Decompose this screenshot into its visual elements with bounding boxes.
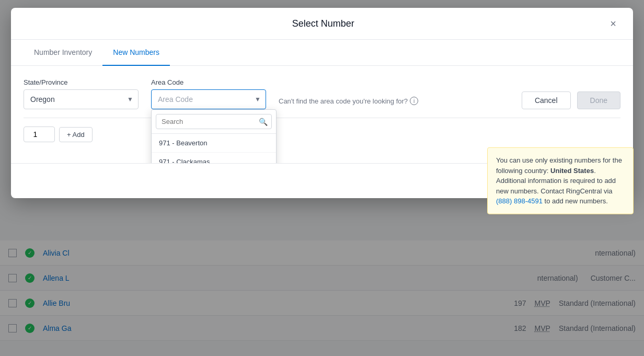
info-icon[interactable]: i (410, 97, 418, 105)
warning-text3: to add new numbers. (543, 197, 608, 205)
tab-new-numbers[interactable]: New Numbers (102, 40, 170, 66)
area-code-placeholder: Area Code (158, 95, 193, 104)
warning-phone-link[interactable]: (888) 898-4591 (496, 197, 543, 205)
footer-buttons-top: Cancel Done (431, 91, 620, 109)
tab-number-inventory[interactable]: Number Inventory (24, 40, 102, 66)
modal-close-button[interactable]: × (606, 16, 620, 31)
state-label: State/Province (24, 78, 139, 86)
state-select[interactable]: Oregon (24, 89, 139, 109)
done-button: Done (577, 91, 620, 109)
area-code-dropdown-container: Area Code ▼ 🔍 (151, 89, 266, 109)
warning-box: You can use only existing numbers for th… (487, 147, 634, 214)
tabs-container: Number Inventory New Numbers (11, 40, 633, 66)
warning-country: United States (550, 166, 594, 174)
cant-find-area-code: Can't find the area code you're looking … (279, 97, 418, 109)
area-code-label: Area Code (151, 78, 266, 86)
dropdown-list: 971 - Beaverton 971 - Clackamas 971 - Cl… (152, 134, 276, 163)
state-province-group: State/Province Oregon ▼ (24, 78, 139, 109)
modal-header: Select Number × (11, 8, 633, 40)
quantity-input[interactable]: 1 (24, 127, 55, 142)
table-controls: 1 + Add (24, 127, 620, 142)
dropdown-search-input[interactable] (156, 114, 272, 129)
state-select-wrapper: Oregon ▼ (24, 89, 139, 109)
cant-find-label: Can't find the area code you're looking … (279, 97, 408, 105)
modal-overlay: Select Number × Number Inventory New Num… (0, 0, 644, 356)
dropdown-item[interactable]: 971 - Beaverton (152, 134, 276, 153)
form-row: State/Province Oregon ▼ Area Code (24, 78, 620, 109)
dropdown-item[interactable]: 971 - Clackamas (152, 153, 276, 163)
area-code-select[interactable]: Area Code (151, 89, 266, 109)
search-icon: 🔍 (259, 118, 268, 126)
area-code-dropdown-menu: 🔍 971 - Beaverton 971 - Clackamas 971 - … (151, 109, 277, 163)
area-code-group: Area Code Area Code ▼ (151, 78, 266, 109)
area-code-select-wrapper: Area Code ▼ (151, 89, 266, 109)
modal-title: Select Number (40, 18, 606, 29)
cancel-button[interactable]: Cancel (522, 91, 571, 109)
dropdown-search-container: 🔍 (152, 110, 276, 134)
add-button[interactable]: + Add (59, 127, 93, 142)
divider (24, 118, 620, 118)
